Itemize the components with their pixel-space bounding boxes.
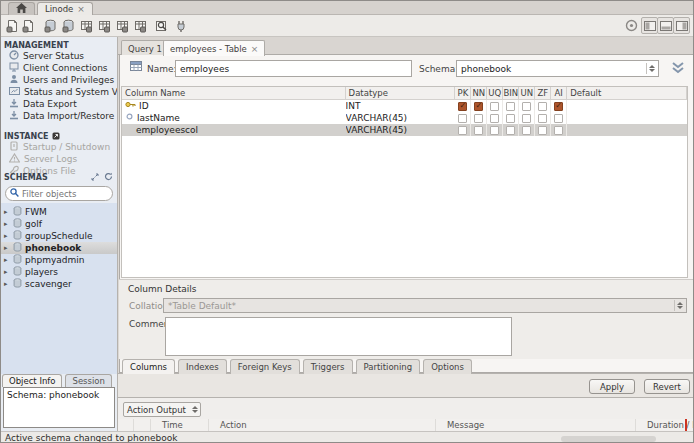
schema-item-groupschedule[interactable]: ▸groupSchedule (1, 230, 118, 242)
output-header-time[interactable]: Time (151, 419, 209, 431)
grid-header-bin[interactable]: BIN (503, 87, 519, 100)
stepper-icon[interactable] (646, 63, 657, 74)
toggle-output-area-icon[interactable] (657, 17, 674, 34)
schema-filter-input[interactable] (22, 189, 102, 199)
flag-zf-checkbox[interactable] (535, 112, 551, 124)
expander-icon[interactable]: ▸ (4, 280, 10, 288)
schema-item-phpmyadmin[interactable]: ▸phpmyadmin (1, 254, 118, 266)
tab-options[interactable]: Options (423, 359, 472, 374)
schemas-expand-icon[interactable] (91, 173, 99, 183)
grid-header-default[interactable]: Default (567, 87, 687, 100)
schema-item-players[interactable]: ▸players (1, 266, 118, 278)
sidebar-item-data-export[interactable]: Data Export (9, 98, 118, 110)
grid-header-datatype[interactable]: Datatype (346, 87, 456, 100)
schema-item-golf[interactable]: ▸golf (1, 218, 118, 230)
sidebar-item-users-and-privileges[interactable]: Users and Privileges (9, 74, 118, 86)
schemas-refresh-icon[interactable] (104, 172, 113, 183)
flag-zf-checkbox[interactable] (535, 100, 551, 112)
sidebar-item-server-status[interactable]: Server Status (9, 50, 118, 62)
dashboard-icon[interactable] (623, 17, 640, 34)
tab-object-info[interactable]: Object Info (2, 374, 62, 387)
grid-header-nn[interactable]: NN (471, 87, 487, 100)
flag-uq-checkbox[interactable] (487, 124, 503, 136)
comment-textarea[interactable] (165, 317, 512, 356)
search-table-data-icon[interactable] (153, 17, 170, 34)
expander-icon[interactable]: ▸ (4, 244, 10, 252)
schema-item-phonebook[interactable]: ▸phonebook (1, 242, 118, 254)
flag-ai-checkbox[interactable] (551, 124, 567, 136)
flag-bin-checkbox[interactable] (503, 112, 519, 124)
column-row-id[interactable]: IDINT (122, 100, 687, 112)
flag-ai-checkbox[interactable] (551, 112, 567, 124)
tab-session[interactable]: Session (65, 374, 111, 387)
table-name-input[interactable] (175, 60, 412, 77)
expander-icon[interactable]: ▸ (4, 232, 10, 240)
grid-header-pk[interactable]: PK (455, 87, 471, 100)
home-tab[interactable] (8, 2, 35, 15)
schema-item-scavenger[interactable]: ▸scavenger (1, 278, 118, 290)
flag-zf-checkbox[interactable] (535, 124, 551, 136)
flag-nn-checkbox[interactable] (471, 112, 487, 124)
create-table-icon[interactable] (60, 17, 77, 34)
grid-header-column-name[interactable]: Column Name (122, 87, 346, 100)
sidebar-item-data-import-restore[interactable]: Data Import/Restore (9, 110, 118, 122)
revert-button[interactable]: Revert (644, 379, 690, 394)
expander-icon[interactable]: ▸ (4, 208, 10, 216)
flag-un-checkbox[interactable] (519, 112, 535, 124)
column-row-lastname[interactable]: lastNameVARCHAR(45) (122, 112, 687, 124)
create-function-icon[interactable] (114, 17, 131, 34)
flag-nn-checkbox[interactable] (471, 124, 487, 136)
apply-button[interactable]: Apply (589, 379, 635, 394)
expander-icon[interactable]: ▸ (4, 268, 10, 276)
open-sql-script-icon[interactable] (20, 17, 37, 34)
close-icon[interactable]: × (77, 4, 85, 14)
flag-bin-checkbox[interactable] (503, 100, 519, 112)
output-type-select[interactable]: Action Output (123, 402, 201, 417)
sidebar-item-status-and-system-variables[interactable]: Status and System Variables (9, 86, 118, 98)
horizontal-scrollbar[interactable] (561, 436, 656, 442)
toggle-left-sidebar-icon[interactable] (641, 17, 658, 34)
default-cell[interactable] (567, 100, 687, 112)
output-header-action[interactable]: Action (209, 419, 436, 431)
flag-pk-checkbox[interactable] (455, 100, 471, 112)
column-row-employeescol[interactable]: employeescolVARCHAR(45) (122, 124, 687, 136)
tab-triggers[interactable]: Triggers (303, 359, 353, 374)
tab-partitioning[interactable]: Partitioning (356, 359, 421, 374)
schema-item-fwm[interactable]: ▸FWM (1, 206, 118, 218)
grid-header-un[interactable]: UN (519, 87, 535, 100)
flag-un-checkbox[interactable] (519, 124, 535, 136)
create-trigger-icon[interactable] (132, 17, 149, 34)
flag-uq-checkbox[interactable] (487, 112, 503, 124)
flag-pk-checkbox[interactable] (455, 112, 471, 124)
new-sql-tab-icon[interactable] (4, 17, 21, 34)
flag-ai-checkbox[interactable] (551, 100, 567, 112)
flag-un-checkbox[interactable] (519, 100, 535, 112)
create-schema-icon[interactable] (42, 17, 59, 34)
sidebar-item-client-connections[interactable]: Client Connections (9, 62, 118, 74)
close-icon[interactable]: × (251, 44, 259, 54)
create-procedure-icon[interactable] (96, 17, 113, 34)
output-header-message[interactable]: Message (436, 419, 636, 431)
default-cell[interactable] (567, 124, 687, 136)
flag-bin-checkbox[interactable] (503, 124, 519, 136)
create-view-icon[interactable] (78, 17, 95, 34)
grid-header-ai[interactable]: AI (551, 87, 567, 100)
flag-pk-checkbox[interactable] (455, 124, 471, 136)
toggle-right-sidebar-icon[interactable] (673, 17, 690, 34)
tab-foreign-keys[interactable]: Foreign Keys (230, 359, 300, 374)
expander-icon[interactable]: ▸ (4, 256, 10, 264)
reconnect-dbms-icon[interactable] (173, 17, 190, 34)
expander-icon[interactable]: ▸ (4, 220, 10, 228)
grid-header-zf[interactable]: ZF (535, 87, 551, 100)
default-cell[interactable] (567, 112, 687, 124)
connection-tab[interactable]: Linode × (37, 2, 93, 15)
sidebar-item-startup-shutdown[interactable]: Startup / Shutdown (9, 141, 118, 153)
tab-columns[interactable]: Columns (122, 359, 175, 374)
editor-tab-employees-table[interactable]: employees - Table× (163, 40, 265, 56)
grid-header-uq[interactable]: UQ (487, 87, 503, 100)
schema-select[interactable]: phonebook (456, 60, 659, 77)
flag-nn-checkbox[interactable] (471, 100, 487, 112)
tab-indexes[interactable]: Indexes (178, 359, 227, 374)
flag-uq-checkbox[interactable] (487, 100, 503, 112)
expand-header-button[interactable] (667, 60, 689, 77)
